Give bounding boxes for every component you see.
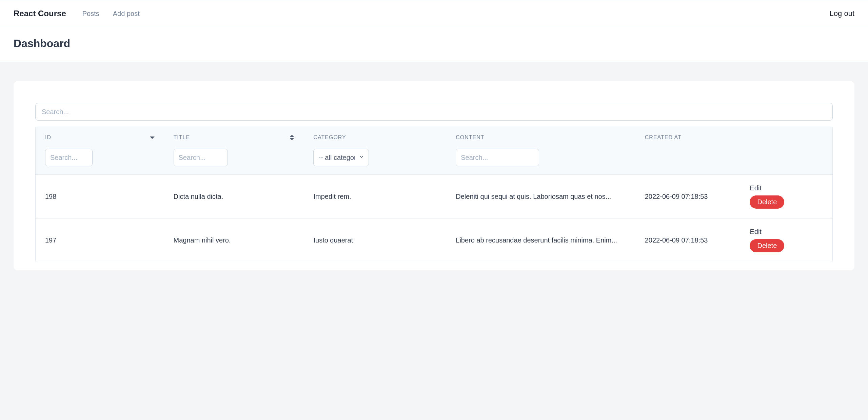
content-area: ID TITLE	[0, 62, 868, 289]
table-wrap: ID TITLE	[35, 127, 833, 262]
edit-link[interactable]: Edit	[750, 228, 761, 236]
delete-button[interactable]: Delete	[750, 195, 784, 209]
logout-link[interactable]: Log out	[830, 9, 854, 18]
th-id-label: ID	[45, 134, 51, 141]
page-header: Dashboard	[0, 27, 868, 62]
nav-link-posts[interactable]: Posts	[82, 10, 99, 18]
table-row: 198 Dicta nulla dicta. Impedit rem. Dele…	[36, 175, 832, 218]
th-category-label: CATEGORY	[313, 134, 346, 141]
th-content-label: CONTENT	[456, 134, 484, 141]
th-title[interactable]: TITLE	[174, 134, 295, 141]
edit-link[interactable]: Edit	[750, 184, 761, 192]
filter-title-input[interactable]	[174, 149, 228, 166]
cell-created-at: 2022-06-09 07:18:53	[635, 175, 741, 218]
filter-content-input[interactable]	[456, 149, 539, 166]
cell-content: Deleniti qui sequi at quis. Laboriosam q…	[446, 175, 635, 218]
th-category[interactable]: CATEGORY	[313, 134, 437, 141]
page-title: Dashboard	[14, 37, 854, 50]
cell-id: 198	[36, 175, 164, 218]
table-body: 198 Dicta nulla dicta. Impedit rem. Dele…	[36, 175, 832, 262]
th-created-at[interactable]: CREATED AT	[645, 134, 731, 141]
nav-link-add-post[interactable]: Add post	[113, 10, 140, 18]
navbar: React Course Posts Add post Log out	[0, 0, 868, 27]
cell-created-at: 2022-06-09 07:18:53	[635, 218, 741, 262]
th-title-label: TITLE	[174, 134, 190, 141]
dashboard-card: ID TITLE	[14, 81, 854, 270]
filter-category-select[interactable]: -- all categories	[313, 149, 369, 166]
th-id[interactable]: ID	[45, 134, 155, 141]
global-search-input[interactable]	[35, 103, 833, 121]
row-actions: Edit Delete	[750, 228, 823, 252]
th-content[interactable]: CONTENT	[456, 134, 626, 141]
cell-content: Libero ab recusandae deserunt facilis mi…	[446, 218, 635, 262]
cell-id: 197	[36, 218, 164, 262]
table-row: 197 Magnam nihil vero. Iusto quaerat. Li…	[36, 218, 832, 262]
brand[interactable]: React Course	[14, 9, 66, 18]
sort-both-icon	[290, 135, 294, 140]
cell-title: Dicta nulla dicta.	[164, 175, 304, 218]
nav-links: Posts Add post	[82, 10, 140, 18]
cell-category: Impedit rem.	[304, 175, 446, 218]
cell-category: Iusto quaerat.	[304, 218, 446, 262]
posts-table: ID TITLE	[36, 127, 832, 262]
row-actions: Edit Delete	[750, 184, 823, 209]
filter-id-input[interactable]	[45, 149, 93, 166]
delete-button[interactable]: Delete	[750, 239, 784, 252]
cell-title: Magnam nihil vero.	[164, 218, 304, 262]
th-created-at-label: CREATED AT	[645, 134, 682, 141]
sort-desc-icon	[150, 136, 155, 139]
